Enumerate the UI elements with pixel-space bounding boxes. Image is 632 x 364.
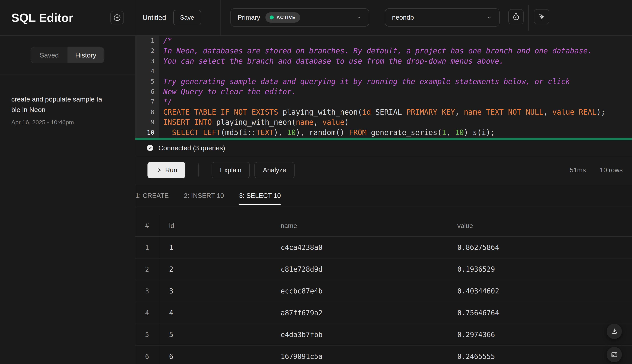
sparkles-icon: [537, 12, 546, 21]
stopwatch-icon: [512, 13, 520, 21]
result-tab[interactable]: 1: CREATE: [135, 184, 169, 207]
line-number: 3: [135, 56, 154, 66]
code-line[interactable]: INSERT INTO playing_with_neon(name, valu…: [163, 117, 632, 127]
saved-history-toggle: Saved History: [31, 47, 104, 63]
run-button[interactable]: Run: [147, 162, 185, 178]
table-row[interactable]: 11c4ca4238a00.86275864: [135, 237, 632, 258]
table-cell: 6: [159, 352, 271, 360]
chevron-down-icon: [356, 14, 362, 20]
editor-code[interactable]: /*In Neon, databases are stored on branc…: [159, 36, 632, 138]
column-header: value: [447, 222, 632, 230]
history-item[interactable]: create and populate sample table in Neon…: [11, 94, 124, 126]
code-line[interactable]: You can select the branch and database t…: [163, 56, 632, 66]
table-row[interactable]: 661679091c5a0.2465555: [135, 346, 632, 364]
code-line[interactable]: CREATE TABLE IF NOT EXISTS playing_with_…: [163, 107, 632, 117]
history-list: create and populate sample table in Neon…: [0, 75, 135, 145]
column-header: #: [135, 215, 159, 236]
row-number-cell: 6: [135, 346, 159, 364]
save-button[interactable]: Save: [173, 10, 201, 26]
table-cell: 0.40344602: [447, 287, 632, 295]
new-query-button[interactable]: [110, 11, 124, 24]
query-progress-bar: [135, 138, 632, 140]
line-number: 2: [135, 46, 154, 56]
table-row[interactable]: 33eccbc87e4b0.40344602: [135, 280, 632, 302]
table-cell: 0.2465555: [447, 352, 632, 360]
sidebar: SQL Editor Saved History create and popu…: [0, 0, 135, 364]
table-cell: 3: [159, 287, 271, 295]
topbar-divider: [528, 5, 529, 31]
table-row[interactable]: 55e4da3b7fbb0.2974366: [135, 324, 632, 346]
row-number-cell: 5: [135, 324, 159, 345]
code-line[interactable]: Try generating sample data and querying …: [163, 76, 632, 87]
topbar-divider: [220, 0, 221, 35]
table-row[interactable]: 22c81e728d9d0.1936529: [135, 258, 632, 280]
page-title: SQL Editor: [11, 11, 73, 24]
row-number-cell: 2: [135, 258, 159, 280]
code-line[interactable]: In Neon, databases are stored on branche…: [163, 46, 632, 56]
line-number: 5: [135, 76, 154, 87]
code-line[interactable]: New Query to clear the editor.: [163, 87, 632, 97]
download-results-button[interactable]: [606, 324, 622, 339]
table-cell: 4: [159, 309, 271, 317]
table-cell: 1679091c5a: [271, 352, 447, 360]
table-cell: eccbc87e4b: [271, 287, 447, 295]
tab-saved[interactable]: Saved: [31, 48, 68, 63]
code-line[interactable]: /*: [163, 36, 632, 46]
results-body: 11c4ca4238a00.8627586422c81e728d9d0.1936…: [135, 237, 632, 364]
table-row[interactable]: 44a87ff679a20.75646764: [135, 302, 632, 324]
table-cell: e4da3b7fbb: [271, 331, 447, 338]
topbar: Untitled Save Primary ACTIVE neondb: [135, 0, 632, 36]
results-panel: # id name value 11c4ca4238a00.8627586422…: [135, 208, 632, 364]
result-tab[interactable]: 3: SELECT 10: [239, 184, 281, 207]
branch-select[interactable]: Primary ACTIVE: [231, 8, 369, 26]
sidebar-tabs-area: Saved History: [0, 36, 135, 75]
ai-assist-button[interactable]: [534, 9, 549, 24]
sql-editor[interactable]: 12345678910 /*In Neon, databases are sto…: [135, 36, 632, 138]
check-circle-icon: [146, 144, 154, 152]
run-button-label: Run: [165, 166, 177, 174]
history-item-title: create and populate sample table in Neon: [11, 94, 103, 115]
download-icon: [610, 328, 618, 336]
expand-results-button[interactable]: [606, 347, 622, 362]
tab-history[interactable]: History: [68, 48, 104, 63]
analyze-button[interactable]: Analyze: [255, 162, 294, 178]
sql-editor-app: SQL Editor Saved History create and popu…: [0, 0, 632, 364]
query-row-count: 10 rows: [600, 166, 623, 174]
connection-status-text: Connected (3 queries): [158, 144, 225, 152]
branch-name: Primary: [238, 14, 260, 21]
table-cell: c4ca4238a0: [271, 244, 447, 252]
main-panel: Untitled Save Primary ACTIVE neondb: [135, 0, 632, 364]
table-cell: 0.1936529: [447, 265, 632, 273]
editor-gutter: 12345678910: [135, 36, 159, 138]
line-number: 7: [135, 97, 154, 107]
query-timing-button[interactable]: [508, 9, 524, 24]
code-line[interactable]: */: [163, 97, 632, 107]
explain-button[interactable]: Explain: [212, 162, 250, 178]
chevron-down-icon: [486, 14, 493, 20]
line-number: 8: [135, 107, 154, 117]
line-number: 6: [135, 87, 154, 97]
line-number: 1: [135, 36, 154, 46]
code-line[interactable]: SELECT LEFT(md5(i::TEXT), 10), random() …: [163, 128, 632, 138]
toolbar-divider: [198, 164, 199, 177]
code-line[interactable]: [163, 66, 632, 76]
table-cell: 0.2974366: [447, 331, 632, 338]
status-dot-icon: [270, 16, 274, 20]
row-number-cell: 1: [135, 237, 159, 258]
results-header: # id name value: [135, 215, 632, 237]
branch-status-label: ACTIVE: [277, 15, 296, 20]
table-cell: 1: [159, 244, 271, 252]
plus-circle-icon: [113, 14, 121, 22]
row-number-cell: 3: [135, 280, 159, 302]
result-tab[interactable]: 2: INSERT 10: [184, 184, 224, 207]
column-header: name: [271, 222, 447, 230]
connection-status-row: Connected (3 queries): [135, 140, 632, 156]
query-name: Untitled: [142, 14, 166, 22]
table-cell: 0.75646764: [447, 309, 632, 317]
branch-status-badge: ACTIVE: [265, 12, 300, 22]
play-icon: [156, 167, 162, 174]
table-cell: 5: [159, 331, 271, 338]
result-tabs: 1: CREATE2: INSERT 103: SELECT 10: [135, 184, 632, 208]
database-select[interactable]: neondb: [385, 8, 500, 26]
run-meta: 51ms 10 rows: [570, 166, 632, 174]
